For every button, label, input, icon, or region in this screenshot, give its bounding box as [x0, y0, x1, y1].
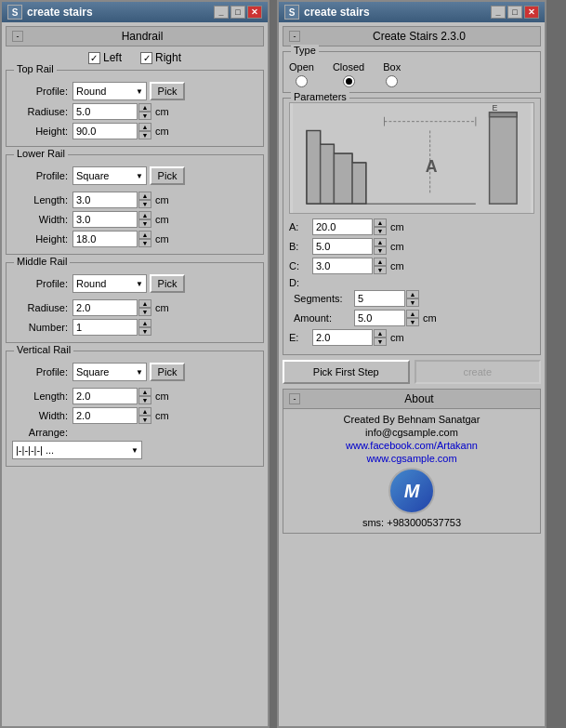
param-e-down[interactable]: ▼	[374, 338, 387, 346]
param-e-unit: cm	[390, 332, 404, 343]
amount-input[interactable]	[354, 310, 405, 326]
lower-rail-width-row: Width: ▲ ▼ cm	[12, 211, 257, 228]
middle-rail-radiuse-input[interactable]	[72, 299, 138, 316]
amount-down[interactable]: ▼	[406, 318, 419, 326]
maximize-btn-left[interactable]: □	[230, 6, 245, 19]
param-a-down[interactable]: ▼	[374, 227, 387, 235]
about-title: About	[304, 392, 534, 405]
about-line3[interactable]: www.facebook.com/Artakann	[288, 440, 535, 451]
top-rail-height-unit: cm	[155, 126, 169, 137]
middle-rail-number-up[interactable]: ▲	[138, 319, 151, 327]
close-btn-right[interactable]: ✕	[524, 6, 539, 19]
maximize-btn-right[interactable]: □	[507, 6, 522, 19]
lower-rail-width-up[interactable]: ▲	[138, 211, 151, 219]
param-e-input[interactable]	[312, 329, 373, 346]
vertical-rail-arrange-dropdown[interactable]: |-|-|-|-| ... ▼	[12, 441, 142, 459]
top-rail-height-up[interactable]: ▲	[138, 123, 151, 131]
close-btn-left[interactable]: ✕	[247, 6, 262, 19]
about-collapse-btn[interactable]: -	[289, 393, 300, 404]
lower-rail-length-down[interactable]: ▼	[138, 200, 151, 208]
vertical-rail-profile-value: Square	[76, 366, 109, 377]
vertical-rail-length-up[interactable]: ▲	[138, 388, 151, 396]
top-rail-profile-row: Profile: Round ▼ Pick	[12, 82, 257, 100]
amount-up[interactable]: ▲	[406, 310, 419, 318]
vertical-rail-profile-dropdown[interactable]: Square ▼	[72, 363, 147, 381]
segments-up[interactable]: ▲	[406, 290, 419, 298]
vertical-rail-length-input[interactable]	[72, 388, 138, 404]
stair-diagram-svg: A E	[290, 103, 533, 213]
create-btn[interactable]: create	[415, 360, 542, 384]
middle-rail-profile-dropdown[interactable]: Round ▼	[72, 274, 147, 293]
right-checkbox[interactable]: ✓	[140, 52, 152, 64]
top-rail-radiuse-spinner: ▲ ▼	[138, 103, 151, 120]
segments-input[interactable]	[354, 290, 405, 307]
top-rail-pick-btn[interactable]: Pick	[150, 82, 185, 100]
vertical-rail-pick-btn[interactable]: Pick	[150, 363, 185, 381]
lower-rail-width-down[interactable]: ▼	[138, 219, 151, 228]
middle-rail-number-down[interactable]: ▼	[138, 327, 151, 336]
lower-rail-height-down[interactable]: ▼	[138, 239, 151, 247]
create-stairs-header: - Create Stairs 2.3.0	[283, 26, 541, 46]
pick-first-step-btn[interactable]: Pick First Step	[283, 360, 410, 384]
top-rail-height-input[interactable]	[72, 123, 138, 139]
middle-rail-pick-btn[interactable]: Pick	[150, 274, 185, 293]
lower-rail-width-input[interactable]	[72, 211, 138, 228]
minimize-btn-left[interactable]: _	[214, 6, 229, 19]
middle-rail-radiuse-row: Radiuse: ▲ ▼ cm	[12, 299, 257, 316]
top-rail-dropdown-arrow: ▼	[136, 87, 143, 96]
segments-down[interactable]: ▼	[406, 298, 419, 307]
parameters-section: Parameters	[283, 98, 541, 355]
logo-icon: M	[388, 468, 435, 514]
vertical-rail-width-label: Width:	[12, 410, 72, 421]
type-closed-radio[interactable]	[343, 75, 355, 87]
right-window-icon: S	[284, 5, 299, 20]
top-rail-height-down[interactable]: ▼	[138, 131, 151, 139]
top-rail-radiuse-down[interactable]: ▼	[138, 112, 151, 120]
param-b-up[interactable]: ▲	[374, 238, 387, 246]
handrail-collapse-btn[interactable]: -	[12, 31, 23, 42]
vertical-rail-width-up[interactable]: ▲	[138, 407, 151, 416]
lower-rail-width-label: Width:	[12, 214, 72, 225]
top-rail-profile-dropdown[interactable]: Round ▼	[72, 82, 147, 100]
param-b-input[interactable]	[312, 238, 373, 255]
svg-rect-4	[352, 163, 366, 204]
middle-rail-dropdown-arrow: ▼	[136, 280, 143, 288]
right-window-title: create stairs	[304, 6, 370, 19]
svg-rect-2	[321, 144, 335, 204]
param-c-down[interactable]: ▼	[374, 266, 387, 274]
lower-rail-length-input[interactable]	[72, 192, 138, 208]
lower-rail-height-input[interactable]	[72, 231, 138, 247]
lower-rail-pick-btn[interactable]: Pick	[150, 166, 185, 185]
about-line4[interactable]: www.cgsample.com	[288, 453, 535, 464]
top-rail-radiuse-input[interactable]	[72, 103, 138, 120]
about-header: - About	[283, 390, 540, 409]
type-box-radio[interactable]	[386, 75, 398, 87]
create-collapse-btn[interactable]: -	[289, 31, 300, 42]
vertical-rail-length-down[interactable]: ▼	[138, 396, 151, 404]
param-a-up[interactable]: ▲	[374, 218, 387, 227]
type-box-label: Box	[383, 61, 401, 73]
type-closed-item: Closed	[333, 61, 364, 87]
top-rail-height-spinner: ▲ ▼	[138, 123, 151, 139]
top-rail-radiuse-up[interactable]: ▲	[138, 103, 151, 112]
param-c-input[interactable]	[312, 258, 373, 274]
param-c-up[interactable]: ▲	[374, 258, 387, 266]
middle-rail-radiuse-down[interactable]: ▼	[138, 308, 151, 316]
param-a-input[interactable]	[312, 218, 373, 235]
param-e-up[interactable]: ▲	[374, 329, 387, 338]
lower-rail-length-label: Length:	[12, 194, 72, 205]
type-open-radio[interactable]	[296, 75, 308, 87]
lower-rail-height-up[interactable]: ▲	[138, 231, 151, 239]
middle-rail-number-input[interactable]	[72, 319, 138, 336]
lower-rail-profile-dropdown[interactable]: Square ▼	[72, 166, 147, 185]
lower-rail-height-unit: cm	[155, 233, 169, 245]
middle-rail-radiuse-up[interactable]: ▲	[138, 299, 151, 308]
param-e-row: E: ▲ ▼ cm	[289, 329, 534, 346]
vertical-rail-width-input[interactable]	[72, 407, 138, 424]
lower-rail-length-up[interactable]: ▲	[138, 192, 151, 200]
vertical-rail-width-down[interactable]: ▼	[138, 416, 151, 424]
left-checkbox[interactable]: ✓	[88, 52, 100, 64]
minimize-btn-right[interactable]: _	[491, 6, 506, 19]
param-b-down[interactable]: ▼	[374, 246, 387, 255]
type-closed-label: Closed	[333, 61, 364, 73]
